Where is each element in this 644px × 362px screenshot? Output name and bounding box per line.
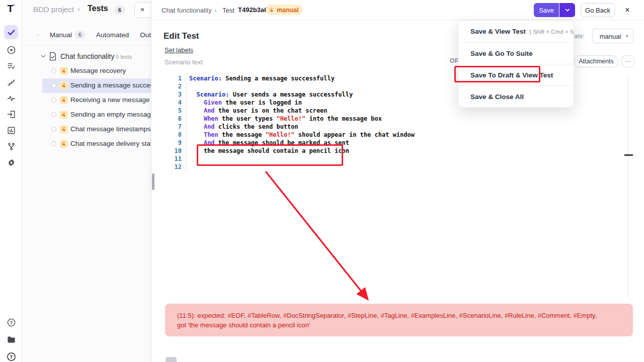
editor-resize-handle[interactable] (624, 154, 633, 156)
edit-test-topbar: Chat functionality › Test T492b3a6e manu… (151, 0, 644, 20)
breadcrumb-project[interactable]: BDD project (33, 5, 74, 14)
tab-automated[interactable]: Automated (96, 31, 129, 39)
line-text: Scenario: Sending a message successfully (189, 74, 335, 82)
state-select-value: manual (593, 33, 628, 40)
tab-out[interactable]: Out (140, 31, 151, 39)
parse-error-banner: (11:5): expected: #EOF, #TableRow, #DocS… (165, 304, 633, 336)
test-list-item[interactable]: Chat message timestamps (22, 122, 151, 137)
suite-name[interactable]: Chat functionality (60, 52, 114, 60)
close-panel-icon[interactable]: × (622, 5, 632, 15)
test-list-item[interactable]: Sending a message succes (22, 78, 151, 93)
sidebar-nav (0, 25, 22, 168)
manual-test-icon (60, 96, 68, 104)
line-text: When the user types "Hello!" into the me… (189, 115, 382, 123)
error-line-2: got 'the message should contain a pencil… (177, 320, 621, 330)
test-list: Message recoverySending a message succes… (22, 64, 151, 151)
sidebar-analytics-icon[interactable] (4, 125, 18, 136)
topbar-test-label: Test (222, 7, 234, 14)
line-text: Given the user is logged in (189, 99, 302, 107)
manual-test-icon (60, 67, 68, 75)
code-line[interactable]: 7 And clicks the send button (151, 123, 632, 131)
error-line-1: (11:5): expected: #EOF, #TableRow, #DocS… (177, 311, 621, 320)
suite-test-count: 6 tests (116, 54, 132, 60)
line-number: 1 (151, 74, 182, 82)
sidebar-import-icon[interactable] (4, 109, 18, 120)
sidebar-branch-icon[interactable] (4, 141, 18, 152)
manual-test-icon (60, 125, 68, 133)
tab-count-badge: 6 (75, 31, 85, 39)
test-title: Sending an empty message (70, 111, 151, 118)
manual-test-icon (60, 81, 68, 89)
tab-label: Out (140, 31, 151, 39)
chevron-down-icon[interactable] (40, 53, 46, 59)
test-status-circle-icon[interactable] (51, 112, 56, 117)
test-list-item[interactable]: Message recovery (22, 64, 151, 78)
test-status-circle-icon[interactable] (51, 141, 56, 146)
save-dropdown-button[interactable] (559, 3, 575, 17)
menu-item-label: Save & Go To Suite (470, 50, 533, 57)
sidebar-runs-play-icon[interactable] (4, 45, 18, 55)
state-select[interactable]: manual ▼ (592, 29, 633, 43)
sidebar-tests-check-icon[interactable] (4, 25, 18, 39)
code-line[interactable]: 5 And the user is on the chat screen (151, 107, 632, 115)
sidebar-projects-folder-icon[interactable] (4, 334, 18, 345)
tab-label: Automated (96, 31, 129, 39)
sidebar-profile-logo-icon[interactable]: T (4, 351, 18, 362)
attachments-button[interactable]: Attachments (574, 55, 618, 67)
svg-text:?: ? (10, 319, 13, 325)
tests-filter-tabs: Manual6AutomatedOut (22, 24, 151, 46)
sidebar-help-icon[interactable]: ? (4, 317, 18, 328)
test-title: Message recovery (70, 67, 126, 74)
line-number: 5 (151, 107, 182, 115)
checklist-icon (37, 31, 39, 39)
suite-document-icon (49, 52, 57, 61)
manual-badge: manual (266, 5, 303, 15)
breadcrumb-section[interactable]: Tests (88, 4, 108, 13)
menu-item-save-to-draft-view-test[interactable]: Save To Draft & View Test (458, 64, 574, 85)
save-button[interactable]: Save (534, 3, 559, 17)
line-number: 8 (151, 131, 182, 139)
test-status-circle-icon[interactable] (51, 98, 56, 103)
topbar-separator: › (214, 7, 216, 14)
test-list-item[interactable]: Sending an empty message (22, 108, 151, 122)
close-tab-icon[interactable]: × (140, 6, 144, 14)
test-list-item[interactable]: Chat message delivery stat (22, 137, 151, 151)
scenario-text-label: Scenario text (165, 58, 203, 66)
line-text: And clicks the send button (189, 123, 298, 131)
test-status-circle-icon[interactable] (51, 83, 56, 88)
project-breadcrumb: BDD project › Tests 6 × (22, 0, 151, 20)
more-options-button[interactable]: ··· (621, 55, 634, 67)
suite-row[interactable]: Chat functionality 6 tests (22, 50, 151, 63)
topbar-suite-link[interactable]: Chat functionality (162, 7, 212, 14)
collapsed-bottom-button[interactable] (166, 357, 177, 362)
menu-item-save-close-all[interactable]: Save & Close All (458, 85, 574, 107)
go-back-button[interactable]: Go Back (581, 3, 615, 17)
menu-item-save-go-to-suite[interactable]: Save & Go To Suite (458, 42, 574, 64)
code-line[interactable]: 8 Then the message "Hello!" should appea… (151, 131, 632, 139)
sidebar-steps-stairs-icon[interactable] (4, 77, 18, 87)
line-text: Then the message "Hello!" should appear … (189, 131, 415, 139)
line-text: Scenario: User sends a message successfu… (189, 90, 353, 99)
menu-item-label: Save To Draft & View Test (470, 71, 553, 79)
app-logo[interactable]: T' (0, 3, 22, 15)
tab-label: Manual (50, 31, 72, 39)
annotation-box-line10 (197, 144, 343, 166)
line-text: And the user is on the chat screen (189, 107, 328, 115)
panel-scrollbar-thumb[interactable] (152, 173, 154, 190)
test-status-circle-icon[interactable] (51, 68, 56, 73)
menu-item-save-view-test[interactable]: Save & View Test[ Shift + Cmd + S ] (458, 21, 574, 42)
select-caret-icon: ▼ (625, 34, 629, 39)
editor-gutter-divider (186, 76, 186, 172)
open-test-tab-chip[interactable]: × (134, 2, 151, 18)
line-number: 9 (151, 139, 182, 147)
test-list-item[interactable]: Receiving a new message (22, 93, 151, 108)
set-labels-link[interactable]: Set labels (165, 46, 193, 54)
tab-manual[interactable]: Manual6 (50, 31, 85, 39)
sidebar-plans-list-icon[interactable] (4, 61, 18, 71)
menu-item-label: Save & Close All (470, 93, 524, 101)
sidebar-pulse-icon[interactable] (4, 93, 18, 104)
sidebar-settings-gear-icon[interactable] (4, 157, 18, 168)
manual-test-icon (60, 111, 68, 119)
test-status-circle-icon[interactable] (51, 127, 56, 132)
code-line[interactable]: 6 When the user types "Hello!" into the … (151, 115, 632, 123)
